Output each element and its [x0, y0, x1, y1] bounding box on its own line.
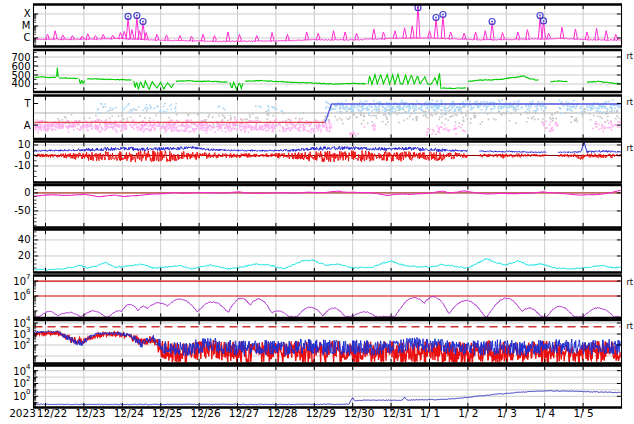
scatter-point: [470, 109, 472, 111]
rt-label: rt: [627, 278, 633, 287]
flare-marker-dot: [127, 16, 129, 18]
scatter-point: [228, 127, 230, 129]
scatter-point: [234, 128, 236, 130]
x-axis-date-label: 1/ 4: [535, 407, 556, 419]
scatter-point: [498, 108, 500, 110]
scatter-point: [414, 105, 416, 107]
scatter-point: [591, 107, 593, 109]
scatter-point: [369, 105, 371, 107]
scatter-point: [164, 103, 166, 105]
scatter-point: [418, 108, 420, 110]
x-axis-date-label: 1/ 1: [420, 407, 440, 419]
scatter-point: [331, 124, 333, 126]
scatter-point: [349, 108, 351, 110]
scatter-point: [387, 121, 389, 123]
scatter-point: [249, 116, 251, 118]
scatter-point: [433, 106, 435, 108]
scatter-point: [485, 109, 487, 111]
scatter-point: [428, 102, 430, 104]
scatter-point: [91, 124, 93, 126]
scatter-point: [112, 108, 114, 110]
scatter-point: [207, 125, 209, 127]
scatter-point: [461, 112, 463, 114]
rt-label: rt: [627, 98, 633, 107]
scatter-point: [326, 102, 328, 104]
scatter-point: [596, 123, 598, 125]
scatter-point: [538, 102, 540, 104]
scatter-point: [398, 108, 400, 110]
scatter-point: [290, 130, 292, 132]
scatter-point: [322, 125, 324, 127]
scatter-point: [373, 109, 375, 111]
scatter-point: [395, 110, 397, 112]
scatter-point: [611, 122, 613, 124]
scatter-point: [158, 125, 160, 127]
scatter-point: [341, 102, 343, 104]
scatter-point: [445, 107, 447, 109]
scatter-point: [58, 128, 60, 130]
scatter-point: [288, 119, 290, 121]
scatter-point: [225, 131, 227, 133]
scatter-point: [473, 112, 475, 114]
scatter-point: [101, 120, 103, 122]
scatter-point: [335, 108, 337, 110]
scatter-point: [197, 114, 199, 116]
scatter-point: [467, 118, 469, 120]
scatter-point: [503, 112, 505, 114]
scatter-point: [601, 126, 603, 128]
scatter-point: [529, 101, 531, 103]
scatter-point: [275, 124, 277, 126]
scatter-point: [361, 123, 363, 125]
scatter-point: [532, 100, 534, 102]
x-axis-date-label: 12/24: [114, 407, 145, 419]
scatter-point: [207, 128, 209, 130]
scatter-point: [371, 110, 373, 112]
scatter-point: [326, 106, 328, 108]
scatter-point: [364, 126, 366, 128]
scatter-point: [176, 120, 178, 122]
scatter-point: [146, 104, 148, 106]
scatter-point: [351, 132, 353, 134]
scatter-point: [348, 118, 350, 120]
scatter-point: [365, 108, 367, 110]
scatter-point: [97, 119, 99, 121]
scatter-point: [480, 101, 482, 103]
scatter-point: [208, 116, 210, 118]
x-axis-date-label: 12/22: [37, 407, 67, 419]
scatter-point: [529, 111, 531, 113]
scatter-point: [218, 126, 220, 128]
scatter-point: [477, 106, 479, 108]
scatter-point: [234, 116, 236, 118]
scatter-point: [131, 111, 133, 113]
scatter-point: [573, 105, 575, 107]
scatter-point: [396, 114, 398, 116]
scatter-point: [459, 106, 461, 108]
scatter-point: [530, 107, 532, 109]
scatter-point: [453, 115, 455, 117]
scatter-point: [310, 123, 312, 125]
scatter-point: [300, 127, 302, 129]
scatter-point: [598, 111, 600, 113]
scatter-point: [470, 122, 472, 124]
scatter-point: [567, 108, 569, 110]
scatter-point: [405, 112, 407, 114]
scatter-point: [176, 114, 178, 116]
scatter-point: [586, 106, 588, 108]
scatter-point: [327, 127, 329, 129]
scatter-point: [217, 126, 219, 128]
scatter-point: [169, 124, 171, 126]
scatter-point: [448, 107, 450, 109]
scatter-point: [536, 107, 538, 109]
scatter-point: [541, 106, 543, 108]
scatter-point: [426, 101, 428, 103]
scatter-point: [376, 102, 378, 104]
scatter-point: [607, 116, 609, 118]
scatter-point: [185, 120, 187, 122]
scatter-point: [208, 114, 210, 116]
scatter-point: [205, 119, 207, 121]
scatter-point: [398, 106, 400, 108]
scatter-point: [509, 120, 511, 122]
scatter-point: [96, 120, 98, 122]
scatter-point: [255, 125, 257, 127]
scatter-point: [318, 126, 320, 128]
